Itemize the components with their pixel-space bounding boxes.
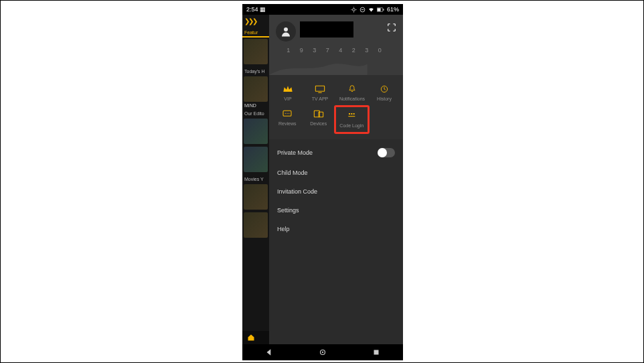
thumb-movie-2[interactable] — [244, 212, 268, 238]
username-redacted — [300, 21, 353, 38]
shortcut-label: History — [377, 96, 392, 101]
section-movies: Movies Y — [242, 173, 269, 183]
scan-qr-icon[interactable] — [387, 23, 396, 32]
menu-help[interactable]: Help — [269, 220, 403, 238]
svg-point-17 — [287, 113, 288, 114]
svg-rect-9 — [383, 9, 384, 10]
menu-label: Child Mode — [277, 169, 308, 176]
menu-list: Private Mode Child Mode Invitation Code … — [269, 139, 403, 241]
phone-frame: 2:54 ▦ 61% ❯❯❯ Featur Today's H MIND Our… — [242, 4, 403, 360]
shortcut-label: Reviews — [278, 121, 296, 126]
nav-recent-icon[interactable] — [372, 348, 381, 357]
svg-rect-11 — [315, 86, 324, 91]
svg-point-18 — [289, 113, 289, 114]
svg-point-16 — [285, 113, 286, 114]
menu-invitation-code[interactable]: Invitation Code — [269, 182, 403, 201]
thumb-today-1[interactable] — [244, 76, 268, 102]
svg-point-10 — [284, 27, 288, 31]
menu-label: Invitation Code — [277, 188, 317, 195]
shortcut-devices[interactable]: Devices — [303, 105, 335, 134]
chat-icon — [282, 109, 293, 119]
menu-label: Help — [277, 226, 290, 232]
section-today: Today's H — [242, 66, 269, 75]
svg-rect-22 — [351, 113, 353, 115]
nav-back-icon[interactable] — [264, 348, 274, 357]
app-screen: ❯❯❯ Featur Today's H MIND Our Edito Movi… — [242, 15, 403, 344]
profile-header: 1 9 3 7 4 2 3 0 — [269, 15, 403, 75]
code-login-icon — [346, 111, 357, 121]
logo-arrows-icon: ❯❯❯ — [242, 15, 269, 27]
thumb-editor-1[interactable] — [244, 119, 268, 144]
menu-settings[interactable]: Settings — [269, 201, 403, 220]
svg-rect-27 — [374, 350, 379, 355]
svg-rect-21 — [349, 113, 350, 115]
clock-icon — [379, 84, 390, 94]
devices-icon — [313, 109, 324, 119]
profile-counter: 1 9 3 7 4 2 3 0 — [269, 47, 403, 54]
svg-point-26 — [322, 352, 323, 353]
menu-label: Private Mode — [277, 149, 313, 156]
battery-pct: 61% — [387, 6, 399, 13]
menu-private-mode[interactable]: Private Mode — [269, 142, 403, 163]
status-time: 2:54 ▦ — [246, 6, 266, 13]
wave-decoration — [269, 60, 368, 75]
bottom-nav — [242, 331, 269, 344]
nav-home-icon[interactable] — [318, 348, 327, 357]
shortcut-tvapp[interactable]: TV APP — [304, 80, 336, 105]
shortcuts-grid: VIP TV APP Notifications History — [269, 75, 403, 139]
tab-featured[interactable]: Featur — [242, 27, 269, 38]
section-editors: Our Edito — [242, 108, 269, 117]
shortcut-label: Notifications — [339, 96, 365, 101]
dnd-icon — [359, 7, 366, 13]
menu-label: Settings — [277, 207, 299, 214]
svg-rect-8 — [378, 8, 381, 11]
brightness-icon — [351, 7, 357, 13]
main-app-background: ❯❯❯ Featur Today's H MIND Our Edito Movi… — [242, 15, 269, 344]
svg-point-0 — [353, 8, 355, 11]
battery-icon — [377, 7, 384, 13]
user-icon — [280, 25, 292, 38]
bell-icon — [347, 84, 357, 94]
tv-icon — [315, 84, 325, 94]
avatar[interactable] — [276, 21, 296, 42]
shortcut-notifications[interactable]: Notifications — [336, 80, 368, 105]
status-bar: 2:54 ▦ 61% — [242, 4, 403, 15]
private-mode-toggle[interactable] — [378, 148, 395, 157]
wifi-icon — [368, 7, 374, 13]
crown-icon — [283, 84, 293, 94]
home-icon[interactable] — [246, 334, 256, 342]
thumb-movie-1[interactable] — [244, 184, 268, 210]
shortcut-label: VIP — [284, 96, 291, 101]
thumb-editor-2[interactable] — [244, 147, 268, 172]
shortcut-code-login[interactable]: Code Login — [334, 105, 370, 134]
account-drawer: 1 9 3 7 4 2 3 0 VIP TV APP Notificati — [269, 15, 403, 344]
shortcut-reviews[interactable]: Reviews — [272, 105, 303, 134]
menu-child-mode[interactable]: Child Mode — [269, 163, 403, 182]
status-right: 61% — [351, 6, 399, 13]
shortcut-history[interactable]: History — [368, 80, 400, 105]
shortcut-label: TV APP — [312, 96, 329, 101]
android-nav-bar — [242, 344, 403, 360]
thumb-title-mind: MIND — [242, 103, 269, 108]
shortcut-vip[interactable]: VIP — [272, 80, 304, 105]
shortcut-label: Code Login — [339, 123, 364, 128]
hero-thumb[interactable] — [244, 39, 268, 64]
svg-rect-23 — [353, 113, 355, 115]
shortcut-label: Devices — [310, 121, 327, 126]
